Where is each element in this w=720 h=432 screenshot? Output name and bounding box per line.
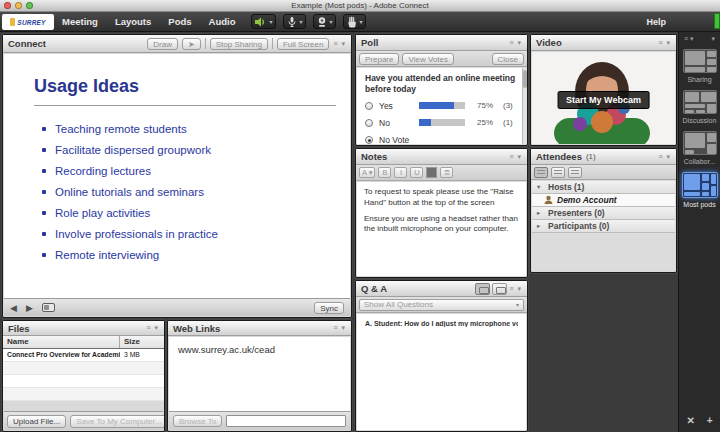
qa-header-icons: ≡ ▾ bbox=[475, 283, 522, 295]
layout-thumbnail[interactable] bbox=[683, 49, 717, 73]
breakout-view-icon[interactable] bbox=[551, 167, 565, 178]
slide-bullet: Remote interviewing bbox=[42, 244, 350, 265]
participant-view-icon[interactable] bbox=[492, 283, 507, 295]
slide-bullet: Online tutorials and seminars bbox=[42, 181, 350, 202]
notes-body[interactable]: To request to speak please use the "Rais… bbox=[357, 182, 526, 276]
pod-menu-icon[interactable]: ≡ ▾ bbox=[509, 153, 522, 161]
file-row[interactable]: Connect Pro Overview for Academics 3 MB bbox=[3, 349, 164, 362]
speaker-button[interactable]: ▾ bbox=[251, 14, 275, 29]
question-filter-dropdown[interactable]: Show All Questions ▾ bbox=[359, 299, 524, 311]
attendee-row[interactable]: Demo Account bbox=[532, 194, 675, 207]
sidebar-menu-icon[interactable]: ≡ ▾ bbox=[684, 35, 694, 43]
web-link-item[interactable]: www.surrey.ac.uk/cead bbox=[178, 344, 341, 355]
layout-thumbnail[interactable] bbox=[682, 172, 718, 198]
column-size[interactable]: Size bbox=[120, 336, 164, 348]
bold-button[interactable]: B bbox=[378, 167, 391, 178]
previous-slide-button[interactable]: ◀ bbox=[10, 299, 17, 317]
start-webcam-button[interactable]: Start My Webcam bbox=[557, 91, 650, 109]
pod-menu-icon[interactable]: ≡ ▾ bbox=[146, 324, 159, 332]
underline-button[interactable]: U bbox=[410, 167, 423, 178]
chevron-down-icon[interactable]: ▾ bbox=[330, 18, 333, 25]
thumb-pane bbox=[685, 110, 694, 113]
pod-menu-icon[interactable]: ≡ ▾ bbox=[658, 153, 671, 161]
poll-option-no[interactable]: No 25% (1) bbox=[357, 114, 526, 131]
sidebar-toggle-icon[interactable] bbox=[42, 303, 55, 312]
connection-status-indicator[interactable] bbox=[714, 13, 720, 29]
radio-icon[interactable] bbox=[365, 102, 373, 110]
prepare-button[interactable]: Prepare bbox=[359, 53, 399, 65]
attendees-pod: Attendees (1) ≡ ▾ ▾ Hosts (1) Demo Accou… bbox=[530, 148, 677, 273]
italic-button[interactable]: I bbox=[394, 167, 407, 178]
poll-option-novote[interactable]: No Vote bbox=[357, 131, 526, 144]
bullet-text: Recording lectures bbox=[55, 165, 151, 177]
upload-file-button[interactable]: Upload File... bbox=[7, 415, 66, 428]
layout-item-collaboration[interactable]: Collabor... bbox=[679, 131, 720, 165]
group-label: Hosts (1) bbox=[548, 182, 584, 192]
sync-button[interactable]: Sync bbox=[314, 302, 344, 314]
help-menu[interactable]: Help bbox=[646, 17, 666, 27]
share-pod-title: Connect bbox=[8, 38, 46, 49]
browse-to-button[interactable]: Browse To bbox=[173, 415, 222, 427]
pod-menu-icon[interactable]: ≡ ▾ bbox=[658, 39, 671, 47]
column-name[interactable]: Name bbox=[3, 336, 120, 348]
attendee-group-hosts[interactable]: ▾ Hosts (1) bbox=[532, 181, 675, 194]
view-votes-button[interactable]: View Votes bbox=[402, 53, 453, 65]
layout-item-discussion[interactable]: Discussion bbox=[679, 90, 720, 124]
attendee-group-participants[interactable]: ▸ Participants (0) bbox=[532, 220, 675, 233]
attendee-group-presenters[interactable]: ▸ Presenters (0) bbox=[532, 207, 675, 220]
question-entry[interactable]: A. Student: How do I adjust my microphon… bbox=[365, 320, 518, 327]
chevron-down-icon[interactable]: ▾ bbox=[269, 18, 272, 25]
layout-item-most-pods[interactable]: Most pods bbox=[679, 172, 720, 208]
weblinks-pod-title: Web Links bbox=[173, 323, 220, 334]
pod-menu-icon[interactable]: ≡ ▾ bbox=[509, 285, 522, 293]
wrench-icon[interactable]: ✕ bbox=[686, 415, 694, 426]
text-color-swatch[interactable] bbox=[426, 167, 437, 178]
attendee-list-view-icon[interactable] bbox=[534, 167, 548, 178]
poll-pod-header: Poll ≡ ▾ bbox=[356, 35, 527, 51]
microphone-button[interactable]: ▾ bbox=[283, 14, 306, 29]
pointer-button[interactable]: ➤ bbox=[182, 38, 201, 50]
caret-expanded-icon[interactable]: ▾ bbox=[537, 183, 544, 191]
layout-thumbnail[interactable] bbox=[683, 131, 717, 155]
caret-collapsed-icon[interactable]: ▸ bbox=[537, 222, 544, 230]
menu-meeting[interactable]: Meeting bbox=[62, 16, 98, 27]
close-poll-button[interactable]: Close bbox=[492, 53, 524, 65]
menu-layouts[interactable]: Layouts bbox=[115, 16, 151, 27]
share-pod-buttons: Draw ➤ Stop Sharing Full Screen ≡ ▾ bbox=[147, 38, 346, 50]
poll-scrollbar[interactable] bbox=[522, 68, 527, 144]
save-to-computer-button[interactable]: Save To My Computer... bbox=[70, 415, 165, 428]
files-column-headers: Name Size bbox=[3, 336, 164, 349]
pod-menu-icon[interactable]: ≡ ▾ bbox=[509, 39, 522, 47]
pod-menu-icon[interactable]: ≡ ▾ bbox=[333, 40, 346, 48]
attendee-status-view-icon[interactable] bbox=[568, 167, 582, 178]
thumb-pane bbox=[685, 67, 705, 72]
pointer-icon: ➤ bbox=[188, 40, 195, 49]
menu-audio[interactable]: Audio bbox=[209, 16, 236, 27]
raise-hand-button[interactable]: ▾ bbox=[343, 14, 366, 29]
draw-button[interactable]: Draw bbox=[147, 38, 178, 50]
chevron-down-icon[interactable]: ▾ bbox=[360, 18, 363, 25]
next-slide-button[interactable]: ▶ bbox=[26, 299, 33, 317]
notes-pod-header: Notes ≡ ▾ bbox=[356, 149, 527, 165]
poll-body: Have you attended an online meeting befo… bbox=[357, 68, 526, 144]
url-input[interactable] bbox=[226, 415, 346, 427]
pod-menu-icon[interactable]: ≡ ▾ bbox=[333, 324, 346, 332]
text-size-dropdown[interactable]: A ▾ bbox=[359, 167, 375, 178]
radio-icon[interactable] bbox=[365, 119, 373, 127]
collapse-panel-icon[interactable]: ▾ bbox=[711, 35, 715, 43]
slide-bullet: Role play activities bbox=[42, 202, 350, 223]
radio-icon[interactable] bbox=[365, 136, 373, 144]
presenter-view-icon[interactable] bbox=[475, 283, 490, 295]
layout-thumbnail[interactable] bbox=[683, 90, 717, 114]
caret-collapsed-icon[interactable]: ▸ bbox=[537, 209, 544, 217]
webcam-button[interactable]: ▾ bbox=[313, 14, 336, 29]
add-layout-icon[interactable]: + bbox=[707, 415, 713, 426]
menu-pods[interactable]: Pods bbox=[168, 16, 191, 27]
layout-item-sharing[interactable]: Sharing bbox=[679, 49, 720, 83]
full-screen-button[interactable]: Full Screen bbox=[277, 38, 329, 50]
poll-option-yes[interactable]: Yes 75% (3) bbox=[357, 97, 526, 114]
qa-pod: Q & A ≡ ▾ Show All Questions ▾ A. Studen… bbox=[355, 280, 528, 432]
stop-sharing-button[interactable]: Stop Sharing bbox=[210, 38, 268, 50]
bullet-list-button[interactable]: ≣ bbox=[440, 167, 453, 178]
chevron-down-icon[interactable]: ▾ bbox=[300, 18, 303, 25]
